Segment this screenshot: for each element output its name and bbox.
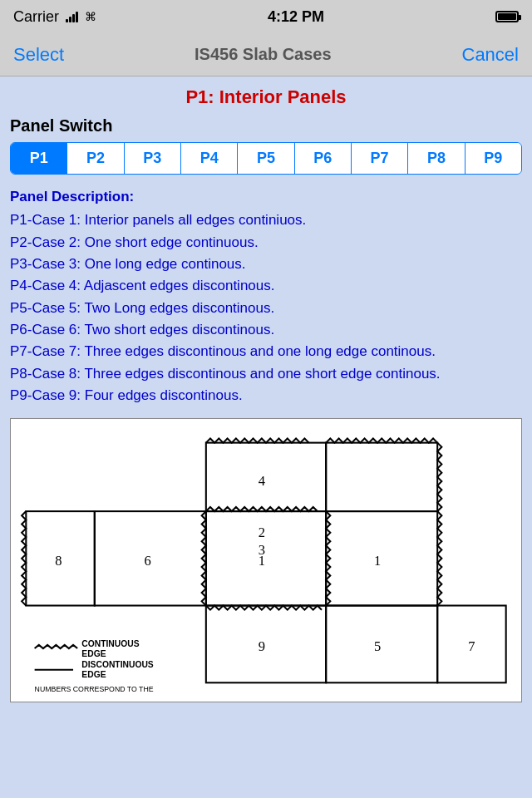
status-bar: Carrier ⌘ 4:12 PM <box>0 0 532 33</box>
svg-rect-1 <box>206 443 326 511</box>
wifi-icon: ⌘ <box>85 10 96 23</box>
panel-diagram: 1 4 1 6 8 5 9 7 3 2 CONTINUOUS <box>17 426 515 692</box>
svg-text:8: 8 <box>55 553 62 569</box>
svg-rect-0 <box>206 512 326 606</box>
svg-text:4: 4 <box>259 474 265 490</box>
status-left: Carrier ⌘ <box>13 8 96 26</box>
svg-text:EDGE: EDGE <box>81 650 106 659</box>
battery-icon <box>495 11 519 22</box>
description-item: P5-Case 5: Two Long edges discontinous. <box>10 298 522 319</box>
svg-text:DISCONTINUOUS: DISCONTINUOUS <box>81 660 154 669</box>
svg-text:5: 5 <box>374 639 381 655</box>
description-list: P1-Case 1: Interior panels all edges con… <box>10 209 522 406</box>
svg-text:2: 2 <box>259 525 265 540</box>
svg-rect-4 <box>326 606 437 683</box>
diagram-container: 1 4 1 6 8 5 9 7 3 2 CONTINUOUS <box>10 418 522 702</box>
svg-text:3: 3 <box>259 542 265 558</box>
description-item: P8-Case 8: Three edges discontinous and … <box>10 363 522 385</box>
cancel-button[interactable]: Cancel <box>462 41 519 69</box>
status-right <box>495 11 519 22</box>
panel-tab-p8[interactable]: P8 <box>408 143 465 174</box>
status-time: 4:12 PM <box>268 8 324 26</box>
svg-rect-3 <box>326 443 437 511</box>
description-title: Panel Description: <box>10 186 522 208</box>
panel-tab-p9[interactable]: P9 <box>466 143 521 174</box>
description-item: P4-Case 4: Adjascent edges discontinous. <box>10 275 522 297</box>
panel-tab-p5[interactable]: P5 <box>238 143 294 174</box>
svg-rect-7 <box>206 606 326 683</box>
panel-tab-p2[interactable]: P2 <box>67 143 124 174</box>
description-item: P7-Case 7: Three edges discontinous and … <box>10 341 522 362</box>
panel-tab-p3[interactable]: P3 <box>125 143 181 174</box>
panel-tab-p4[interactable]: P4 <box>181 143 238 174</box>
main-content: P1: Interior Panels Panel Switch P1P2P3P… <box>0 76 532 798</box>
nav-title: IS456 Slab Cases <box>195 45 332 64</box>
description-item: P1-Case 1: Interior panels all edges con… <box>10 209 522 231</box>
signal-icon <box>66 11 78 22</box>
svg-text:6: 6 <box>145 553 151 569</box>
svg-text:EDGE: EDGE <box>81 671 106 680</box>
description-item: P2-Case 2: One short edge continuous. <box>10 232 522 254</box>
description-item: P6-Case 6: Two short edges discontinous. <box>10 319 522 341</box>
select-button[interactable]: Select <box>13 41 64 69</box>
svg-text:CONTINUOUS: CONTINUOUS <box>81 639 139 648</box>
carrier-label: Carrier <box>13 8 59 26</box>
nav-bar: Select IS456 Slab Cases Cancel <box>0 33 532 76</box>
description-item: P9-Case 9: Four edges discontinous. <box>10 385 522 406</box>
panel-tab-p7[interactable]: P7 <box>352 143 408 174</box>
description-item: P3-Case 3: One long edge continous. <box>10 254 522 275</box>
section-title: P1: Interior Panels <box>10 86 522 108</box>
svg-text:7: 7 <box>468 639 475 655</box>
svg-text:9: 9 <box>259 639 265 655</box>
svg-text:1: 1 <box>374 553 381 569</box>
panel-tab-p6[interactable]: P6 <box>295 143 352 174</box>
description-block: Panel Description: P1-Case 1: Interior p… <box>10 186 522 406</box>
panel-tabs: P1P2P3P4P5P6P7P8P9 <box>10 142 522 175</box>
panel-switch-label: Panel Switch <box>10 116 522 135</box>
svg-rect-2 <box>326 512 437 606</box>
svg-text:NUMBERS CORRESPOND TO THE: NUMBERS CORRESPOND TO THE <box>35 685 154 692</box>
panel-tab-p1[interactable]: P1 <box>11 143 67 174</box>
